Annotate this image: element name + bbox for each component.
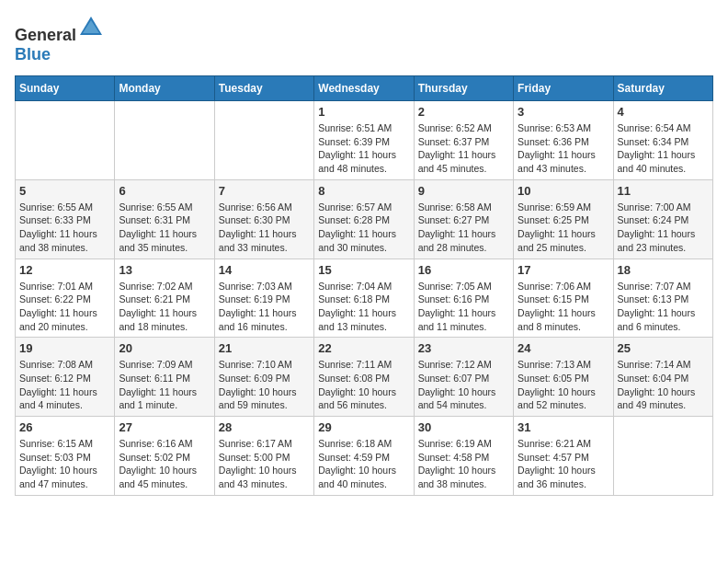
header-sunday: Sunday (16, 76, 115, 101)
day-info: Sunrise: 6:21 AM Sunset: 4:57 PM Dayligh… (518, 437, 609, 491)
day-number: 16 (418, 263, 509, 277)
day-number: 22 (318, 341, 409, 355)
day-info: Sunrise: 7:03 AM Sunset: 6:19 PM Dayligh… (219, 280, 310, 334)
day-number: 5 (19, 184, 110, 198)
header-monday: Monday (115, 76, 214, 101)
day-info: Sunrise: 7:10 AM Sunset: 6:09 PM Dayligh… (219, 358, 310, 412)
logo: General Blue (15, 15, 104, 64)
day-number: 15 (318, 263, 409, 277)
logo-general: General (15, 26, 76, 44)
day-cell: 3Sunrise: 6:53 AM Sunset: 6:36 PM Daylig… (514, 101, 613, 180)
day-info: Sunrise: 7:11 AM Sunset: 6:08 PM Dayligh… (318, 358, 409, 412)
day-number: 21 (219, 341, 310, 355)
day-info: Sunrise: 6:53 AM Sunset: 6:36 PM Dayligh… (518, 121, 609, 176)
header-thursday: Thursday (414, 76, 513, 101)
day-number: 19 (19, 341, 110, 355)
week-row-3: 12Sunrise: 7:01 AM Sunset: 6:22 PM Dayli… (16, 259, 713, 338)
day-cell: 10Sunrise: 6:59 AM Sunset: 6:25 PM Dayli… (514, 179, 613, 259)
day-number: 9 (418, 184, 509, 198)
day-number: 7 (219, 184, 310, 198)
day-cell: 18Sunrise: 7:07 AM Sunset: 6:13 PM Dayli… (613, 259, 712, 338)
day-cell: 23Sunrise: 7:12 AM Sunset: 6:07 PM Dayli… (414, 338, 513, 417)
day-number: 14 (219, 263, 310, 277)
day-number: 20 (119, 341, 210, 355)
day-cell: 28Sunrise: 6:17 AM Sunset: 5:00 PM Dayli… (214, 417, 313, 496)
day-cell: 6Sunrise: 6:55 AM Sunset: 6:31 PM Daylig… (115, 179, 214, 259)
day-info: Sunrise: 6:56 AM Sunset: 6:30 PM Dayligh… (219, 201, 310, 255)
day-cell: 4Sunrise: 6:54 AM Sunset: 6:34 PM Daylig… (613, 101, 712, 180)
day-info: Sunrise: 6:16 AM Sunset: 5:02 PM Dayligh… (119, 437, 210, 491)
day-number: 29 (318, 420, 409, 434)
day-cell (613, 417, 712, 496)
header-saturday: Saturday (613, 76, 712, 101)
day-cell: 13Sunrise: 7:02 AM Sunset: 6:21 PM Dayli… (115, 259, 214, 338)
day-cell: 16Sunrise: 7:05 AM Sunset: 6:16 PM Dayli… (414, 259, 513, 338)
day-cell: 17Sunrise: 7:06 AM Sunset: 6:15 PM Dayli… (514, 259, 613, 338)
day-cell (16, 101, 115, 180)
day-number: 30 (418, 420, 509, 434)
day-cell: 31Sunrise: 6:21 AM Sunset: 4:57 PM Dayli… (514, 417, 613, 496)
day-info: Sunrise: 7:13 AM Sunset: 6:05 PM Dayligh… (518, 358, 609, 412)
day-number: 24 (518, 341, 609, 355)
day-number: 26 (19, 420, 110, 434)
day-info: Sunrise: 6:55 AM Sunset: 6:31 PM Dayligh… (119, 201, 210, 255)
day-info: Sunrise: 7:08 AM Sunset: 6:12 PM Dayligh… (19, 358, 110, 412)
day-number: 13 (119, 263, 210, 277)
day-info: Sunrise: 6:19 AM Sunset: 4:58 PM Dayligh… (418, 437, 509, 491)
day-info: Sunrise: 6:57 AM Sunset: 6:28 PM Dayligh… (318, 201, 409, 255)
day-cell: 24Sunrise: 7:13 AM Sunset: 6:05 PM Dayli… (514, 338, 613, 417)
day-number: 17 (518, 263, 609, 277)
day-number: 4 (618, 105, 709, 119)
day-info: Sunrise: 6:15 AM Sunset: 5:03 PM Dayligh… (19, 437, 110, 491)
week-row-2: 5Sunrise: 6:55 AM Sunset: 6:33 PM Daylig… (16, 179, 713, 259)
day-info: Sunrise: 7:07 AM Sunset: 6:13 PM Dayligh… (618, 280, 709, 334)
day-cell (214, 101, 313, 180)
day-number: 28 (219, 420, 310, 434)
day-cell: 26Sunrise: 6:15 AM Sunset: 5:03 PM Dayli… (16, 417, 115, 496)
day-info: Sunrise: 6:17 AM Sunset: 5:00 PM Dayligh… (219, 437, 310, 491)
logo-icon (78, 15, 104, 40)
day-number: 11 (618, 184, 709, 198)
day-cell: 8Sunrise: 6:57 AM Sunset: 6:28 PM Daylig… (314, 179, 414, 259)
day-cell: 12Sunrise: 7:01 AM Sunset: 6:22 PM Dayli… (16, 259, 115, 338)
week-row-4: 19Sunrise: 7:08 AM Sunset: 6:12 PM Dayli… (16, 338, 713, 417)
day-cell: 21Sunrise: 7:10 AM Sunset: 6:09 PM Dayli… (214, 338, 313, 417)
day-number: 25 (618, 341, 709, 355)
day-cell: 14Sunrise: 7:03 AM Sunset: 6:19 PM Dayli… (214, 259, 313, 338)
day-number: 23 (418, 341, 509, 355)
day-cell: 29Sunrise: 6:18 AM Sunset: 4:59 PM Dayli… (314, 417, 414, 496)
day-number: 18 (618, 263, 709, 277)
logo-text: General Blue (15, 15, 104, 64)
day-cell: 11Sunrise: 7:00 AM Sunset: 6:24 PM Dayli… (613, 179, 712, 259)
day-number: 31 (518, 420, 609, 434)
day-cell: 27Sunrise: 6:16 AM Sunset: 5:02 PM Dayli… (115, 417, 214, 496)
week-row-1: 1Sunrise: 6:51 AM Sunset: 6:39 PM Daylig… (16, 101, 713, 180)
day-number: 1 (318, 105, 409, 119)
day-number: 8 (318, 184, 409, 198)
header-tuesday: Tuesday (214, 76, 313, 101)
day-cell: 2Sunrise: 6:52 AM Sunset: 6:37 PM Daylig… (414, 101, 513, 180)
day-cell: 5Sunrise: 6:55 AM Sunset: 6:33 PM Daylig… (16, 179, 115, 259)
day-cell: 19Sunrise: 7:08 AM Sunset: 6:12 PM Dayli… (16, 338, 115, 417)
day-info: Sunrise: 7:05 AM Sunset: 6:16 PM Dayligh… (418, 280, 509, 334)
day-cell: 15Sunrise: 7:04 AM Sunset: 6:18 PM Dayli… (314, 259, 414, 338)
day-info: Sunrise: 6:59 AM Sunset: 6:25 PM Dayligh… (518, 201, 609, 255)
day-cell (115, 101, 214, 180)
week-row-5: 26Sunrise: 6:15 AM Sunset: 5:03 PM Dayli… (16, 417, 713, 496)
calendar-header-row: SundayMondayTuesdayWednesdayThursdayFrid… (16, 76, 713, 101)
day-info: Sunrise: 6:54 AM Sunset: 6:34 PM Dayligh… (618, 121, 709, 176)
day-cell: 7Sunrise: 6:56 AM Sunset: 6:30 PM Daylig… (214, 179, 313, 259)
day-info: Sunrise: 7:09 AM Sunset: 6:11 PM Dayligh… (119, 358, 210, 412)
day-info: Sunrise: 7:00 AM Sunset: 6:24 PM Dayligh… (618, 201, 709, 255)
day-cell: 25Sunrise: 7:14 AM Sunset: 6:04 PM Dayli… (613, 338, 712, 417)
day-number: 2 (418, 105, 509, 119)
calendar-table: SundayMondayTuesdayWednesdayThursdayFrid… (15, 75, 713, 496)
header-wednesday: Wednesday (314, 76, 414, 101)
day-info: Sunrise: 6:55 AM Sunset: 6:33 PM Dayligh… (19, 201, 110, 255)
day-info: Sunrise: 7:04 AM Sunset: 6:18 PM Dayligh… (318, 280, 409, 334)
day-cell: 9Sunrise: 6:58 AM Sunset: 6:27 PM Daylig… (414, 179, 513, 259)
day-cell: 20Sunrise: 7:09 AM Sunset: 6:11 PM Dayli… (115, 338, 214, 417)
day-number: 3 (518, 105, 609, 119)
day-number: 10 (518, 184, 609, 198)
header-friday: Friday (514, 76, 613, 101)
